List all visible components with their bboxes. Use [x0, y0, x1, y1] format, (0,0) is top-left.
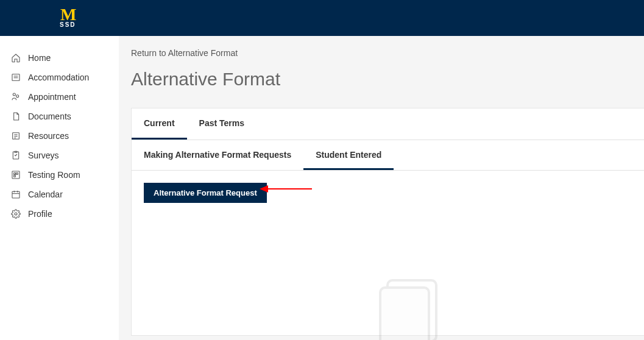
tab-past-terms[interactable]: Past Terms [187, 108, 257, 140]
home-icon [11, 53, 21, 63]
annotation-arrow-icon [260, 184, 312, 194]
sidebar-item-documents[interactable]: Documents [0, 107, 119, 126]
svg-rect-23 [380, 288, 429, 340]
logo-ssd: SSD [60, 21, 76, 28]
sidebar-item-label: Calendar [28, 189, 63, 199]
main-content: Return to Alternative Format Alternative… [119, 36, 644, 340]
content-panel: Current Past Terms Making Alternative Fo… [131, 108, 644, 336]
svg-rect-13 [16, 173, 18, 175]
sidebar-item-resources[interactable]: Resources [0, 126, 119, 146]
sidebar: Home Accommodation Appointment Documents… [0, 36, 119, 340]
profile-icon [11, 209, 21, 219]
svg-point-19 [15, 213, 17, 215]
tab-current[interactable]: Current [132, 108, 187, 140]
empty-documents-icon [369, 274, 455, 340]
svg-point-4 [16, 95, 19, 97]
logo[interactable]: M SSD [60, 8, 76, 27]
subtabs: Making Alternative Format Requests Stude… [132, 140, 644, 171]
surveys-icon [11, 151, 21, 160]
breadcrumb[interactable]: Return to Alternative Format [131, 48, 644, 58]
svg-rect-0 [12, 74, 19, 81]
svg-rect-11 [12, 171, 19, 179]
documents-icon [11, 112, 21, 121]
sidebar-item-home[interactable]: Home [0, 48, 119, 68]
sidebar-item-accommodation[interactable]: Accommodation [0, 68, 119, 87]
sidebar-item-label: Home [28, 53, 51, 63]
sidebar-item-appointment[interactable]: Appointment [0, 87, 119, 107]
sidebar-item-label: Profile [28, 209, 52, 219]
appointment-icon [11, 92, 21, 102]
sidebar-item-calendar[interactable]: Calendar [0, 185, 119, 204]
content-area: Alternative Format Request [132, 171, 644, 335]
svg-rect-14 [14, 175, 16, 177]
testing-room-icon [11, 170, 21, 180]
tabs: Current Past Terms [132, 108, 644, 140]
logo-m: M [60, 8, 75, 21]
resources-icon [11, 131, 21, 141]
svg-point-3 [13, 93, 15, 96]
page-title: Alternative Format [131, 69, 644, 90]
accommodation-icon [11, 73, 21, 82]
sidebar-item-testing-room[interactable]: Testing Room [0, 165, 119, 185]
svg-rect-12 [14, 173, 16, 175]
svg-rect-15 [12, 191, 19, 198]
subtab-making-requests[interactable]: Making Alternative Format Requests [132, 140, 303, 170]
top-header: M SSD [0, 0, 644, 36]
sidebar-item-label: Resources [28, 131, 69, 141]
sidebar-item-label: Testing Room [28, 170, 80, 180]
alternative-format-request-button[interactable]: Alternative Format Request [144, 183, 267, 203]
sidebar-item-label: Appointment [28, 92, 76, 102]
calendar-icon [11, 189, 21, 199]
sidebar-item-label: Documents [28, 112, 71, 121]
sidebar-item-label: Surveys [28, 151, 59, 160]
subtab-student-entered[interactable]: Student Entered [303, 140, 394, 170]
sidebar-item-surveys[interactable]: Surveys [0, 146, 119, 165]
sidebar-item-label: Accommodation [28, 73, 89, 82]
sidebar-item-profile[interactable]: Profile [0, 204, 119, 224]
